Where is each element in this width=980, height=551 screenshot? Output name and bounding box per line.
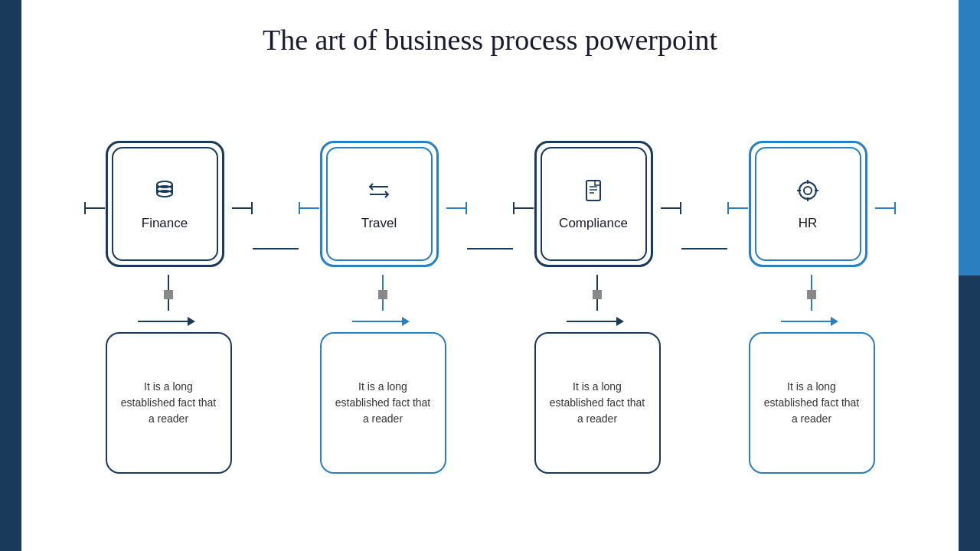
svg-rect-9 (586, 181, 600, 201)
side-tick-right-compliance (661, 202, 681, 214)
connector-line-1 (253, 248, 299, 249)
top-box-inner-hr: HR (755, 147, 861, 261)
svg-point-14 (804, 187, 812, 194)
column-compliance: Compliance It is a long established fact… (513, 141, 681, 474)
top-box-inner-compliance: Compliance (541, 147, 647, 261)
side-tick-left-hr (727, 202, 748, 214)
hr-icon (794, 177, 822, 208)
column-finance: Finance It is a long established fact th… (84, 141, 253, 474)
top-box-container-compliance: Compliance (513, 141, 681, 275)
travel-icon (365, 177, 393, 208)
column-hr: HR It is a long established fact that a … (727, 141, 896, 474)
page-title: The art of business process powerpoint (0, 0, 980, 64)
hr-label: HR (799, 216, 818, 231)
hr-description: It is a long established fact that a rea… (762, 379, 862, 427)
vert-connector-finance (164, 275, 173, 317)
bottom-box-travel: It is a long established fact that a rea… (320, 332, 446, 474)
column-travel: Travel It is a long established fact tha… (299, 141, 467, 474)
compliance-description: It is a long established fact that a rea… (547, 379, 648, 427)
left-bar (0, 0, 21, 551)
top-box-container-hr: HR (727, 141, 896, 275)
top-box-compliance: Compliance (534, 141, 661, 275)
travel-label: Travel (361, 216, 397, 231)
top-box-inner-travel: Travel (326, 147, 433, 261)
vert-connector-compliance (593, 275, 602, 317)
main-content: Finance It is a long established fact th… (0, 80, 980, 474)
bottom-box-compliance: It is a long established fact that a rea… (534, 332, 661, 474)
connector-2 (467, 248, 513, 249)
arrow-compliance (567, 317, 628, 326)
side-tick-left-finance (84, 202, 105, 214)
connector-1 (253, 248, 299, 249)
side-tick-right-travel (446, 202, 467, 214)
top-box-inner-finance: Finance (112, 147, 218, 261)
connector-line-3 (681, 248, 727, 249)
bottom-box-hr: It is a long established fact that a rea… (749, 332, 875, 474)
arrow-hr (781, 317, 842, 326)
side-tick-right-finance (232, 202, 253, 214)
top-box-container-finance: Finance (84, 141, 253, 275)
top-box-hr: HR (749, 141, 875, 275)
connector-3 (681, 248, 727, 249)
finance-icon (151, 177, 178, 208)
finance-description: It is a long established fact that a rea… (119, 379, 219, 427)
svg-point-13 (799, 182, 816, 199)
side-tick-left-travel (299, 202, 319, 214)
connector-line-2 (467, 248, 513, 249)
finance-label: Finance (142, 216, 188, 231)
top-box-travel: Travel (320, 141, 446, 275)
side-tick-right-hr (875, 202, 896, 214)
arrow-finance (138, 317, 199, 326)
compliance-icon (580, 177, 607, 208)
side-tick-left-compliance (513, 202, 534, 214)
travel-description: It is a long established fact that a rea… (333, 379, 433, 427)
arrow-travel (352, 317, 413, 326)
right-bar (959, 0, 980, 551)
compliance-label: Compliance (559, 216, 628, 231)
top-box-finance: Finance (106, 141, 232, 275)
bottom-box-finance: It is a long established fact that a rea… (106, 332, 232, 474)
top-box-container-travel: Travel (299, 141, 467, 275)
vert-connector-travel (378, 275, 387, 317)
vert-connector-hr (807, 275, 816, 317)
